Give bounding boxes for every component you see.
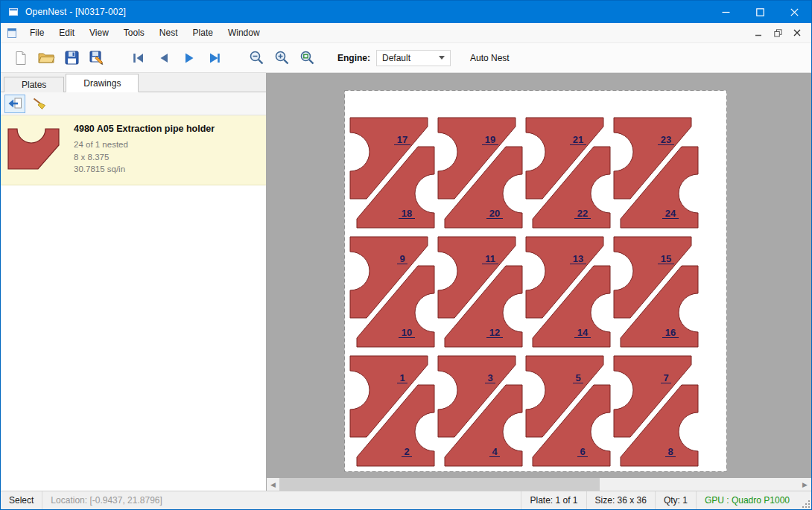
part-number: 3 <box>487 372 492 383</box>
tab-drawings[interactable]: Drawings <box>66 74 139 92</box>
part-number: 6 <box>580 446 585 457</box>
nav-first-button[interactable] <box>126 46 151 70</box>
status-plate: Plate: 1 of 1 <box>521 491 586 509</box>
resize-grip-icon[interactable] <box>798 491 811 509</box>
chevron-down-icon <box>439 56 445 60</box>
nav-prev-button[interactable] <box>151 46 177 70</box>
zoom-in-icon <box>274 50 290 66</box>
close-button[interactable] <box>777 1 811 23</box>
save-as-icon <box>89 51 105 66</box>
status-mode: Select <box>1 491 42 509</box>
engine-select[interactable]: Default <box>376 50 451 66</box>
part-number: 21 <box>573 134 583 145</box>
part-number: 8 <box>667 446 673 457</box>
drawing-list-item[interactable]: 4980 A05 Extraction pipe holder 24 of 1 … <box>1 115 266 185</box>
clean-button[interactable] <box>29 95 50 113</box>
zoom-in-button[interactable] <box>269 46 294 70</box>
h-scrollbar-thumb[interactable] <box>279 478 600 491</box>
save-as-button[interactable] <box>84 46 110 70</box>
mdi-minimize-button[interactable] <box>750 25 767 40</box>
minimize-button[interactable] <box>708 1 743 23</box>
part-number: 7 <box>663 372 668 383</box>
open-button[interactable] <box>34 46 59 70</box>
nav-first-icon <box>131 51 146 65</box>
maximize-icon <box>756 8 764 16</box>
main-area: Plates Drawings 4980 A05 Extraction pipe… <box>1 73 811 491</box>
save-icon <box>65 51 79 65</box>
app-icon <box>7 6 19 18</box>
mdi-restore-button[interactable] <box>770 25 786 40</box>
part-number: 9 <box>399 253 405 264</box>
canvas-h-scrollbar[interactable]: ◀ ▶ <box>267 478 811 491</box>
toolbar-separator <box>110 46 126 70</box>
drawing-list-empty-area <box>1 185 266 491</box>
nav-next-button[interactable] <box>177 46 202 70</box>
menu-plate[interactable]: Plate <box>185 23 221 42</box>
part-number: 18 <box>402 208 412 219</box>
mdi-window-controls <box>750 25 811 40</box>
part-number: 23 <box>661 134 671 145</box>
mdi-close-button[interactable] <box>789 25 805 40</box>
engine-group: Engine: Default Auto Nest <box>337 50 514 66</box>
part-number: 13 <box>573 253 583 264</box>
nav-prev-icon <box>156 51 171 65</box>
nav-next-icon <box>182 51 197 65</box>
new-button[interactable] <box>8 46 34 70</box>
part-number: 16 <box>665 327 676 338</box>
status-qty: Qty: 1 <box>655 491 696 509</box>
new-file-icon <box>13 51 28 66</box>
window-controls <box>708 1 811 23</box>
zoom-out-button[interactable] <box>244 46 269 70</box>
minimize-icon <box>722 8 730 16</box>
menubar: File Edit View Tools Nest Plate Window <box>1 23 811 43</box>
auto-nest-button[interactable]: Auto Nest <box>466 51 514 66</box>
drawings-toolbar <box>1 92 266 115</box>
sidebar-tabs: Plates Drawings <box>1 73 266 92</box>
app-window: OpenNest - [N0317-002] File Edit View To… <box>0 0 812 510</box>
open-folder-icon <box>38 51 55 65</box>
menu-tools[interactable]: Tools <box>116 23 152 42</box>
close-icon <box>790 8 799 16</box>
nav-last-button[interactable] <box>202 46 227 70</box>
status-location: Location: [-0.9437, 21.8796] <box>42 491 170 509</box>
plate: 171819202122232491011121314151612345678 <box>344 90 727 475</box>
import-icon <box>7 97 22 110</box>
menu-nest[interactable]: Nest <box>152 23 185 42</box>
part-number: 10 <box>402 327 412 338</box>
zoom-fit-button[interactable] <box>294 46 320 70</box>
mdi-restore-icon <box>774 29 782 37</box>
menu-edit[interactable]: Edit <box>51 23 82 42</box>
status-spacer <box>171 491 521 509</box>
part-number: 22 <box>577 208 588 219</box>
status-gpu: GPU : Quadro P1000 <box>696 491 798 509</box>
menu-file[interactable]: File <box>22 23 51 42</box>
engine-selected-value: Default <box>382 53 410 63</box>
part-number: 14 <box>577 327 589 338</box>
import-drawing-button[interactable] <box>4 95 25 113</box>
part-number: 17 <box>397 134 407 145</box>
menu-window[interactable]: Window <box>221 23 267 42</box>
part-number: 15 <box>661 253 671 264</box>
scroll-right-icon[interactable]: ▶ <box>799 478 811 491</box>
part-number: 12 <box>489 327 500 338</box>
drawing-nested-count: 24 of 1 nested <box>74 138 215 151</box>
part-number: 4 <box>492 446 498 457</box>
save-button[interactable] <box>59 46 84 70</box>
nest-canvas[interactable]: 171819202122232491011121314151612345678 … <box>267 73 811 491</box>
drawing-title: 4980 A05 Extraction pipe holder <box>74 124 215 134</box>
tab-plates[interactable]: Plates <box>4 77 64 92</box>
main-toolbar: Engine: Default Auto Nest <box>1 43 811 73</box>
maximize-button[interactable] <box>743 1 777 23</box>
part-number: 2 <box>404 446 409 457</box>
scroll-left-icon[interactable]: ◀ <box>267 478 279 491</box>
mdi-document-icon <box>7 28 18 39</box>
toolbar-separator <box>227 46 244 70</box>
part-thumbnail <box>7 126 62 176</box>
mdi-close-icon <box>793 29 801 36</box>
zoom-out-icon <box>249 50 264 66</box>
menu-view[interactable]: View <box>82 23 116 42</box>
drawing-size: 8 x 8.375 <box>74 151 215 164</box>
titlebar: OpenNest - [N0317-002] <box>1 1 811 23</box>
plate-svg: 171819202122232491011121314151612345678 <box>344 90 727 472</box>
sidebar: Plates Drawings 4980 A05 Extraction pipe… <box>1 73 267 491</box>
